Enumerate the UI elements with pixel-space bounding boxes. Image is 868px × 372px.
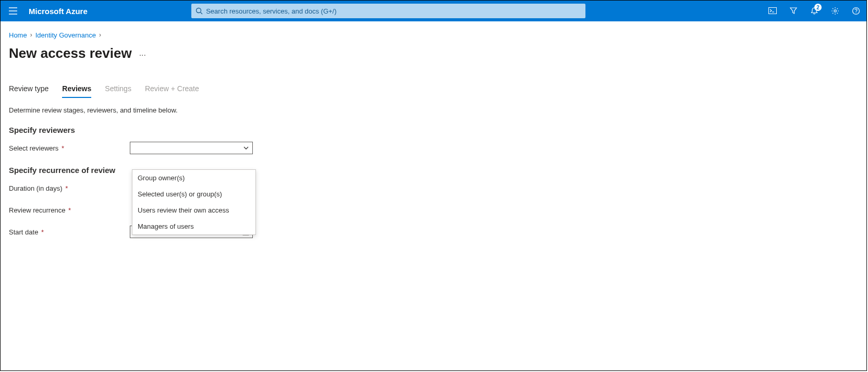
page-title: New access review	[9, 45, 132, 61]
chevron-right-icon: ›	[30, 31, 32, 39]
more-actions-button[interactable]: ···	[139, 47, 146, 60]
row-select-reviewers: Select reviewers *	[9, 142, 858, 154]
hamburger-icon	[9, 7, 17, 15]
search-icon	[195, 7, 203, 15]
tab-settings: Settings	[105, 84, 131, 98]
required-asterisk: *	[66, 206, 71, 214]
page-title-row: New access review ···	[9, 45, 858, 61]
tab-reviews[interactable]: Reviews	[62, 84, 91, 98]
notifications-button[interactable]: 2	[804, 1, 825, 21]
svg-rect-2	[768, 8, 776, 14]
label-recurrence: Review recurrence *	[9, 206, 130, 214]
select-reviewers-dropdown-panel: Group owner(s) Selected user(s) or group…	[132, 169, 256, 235]
hamburger-menu-button[interactable]	[1, 1, 26, 21]
required-asterisk: *	[39, 228, 44, 236]
tab-review-type[interactable]: Review type	[9, 84, 48, 98]
svg-point-4	[834, 10, 836, 12]
tab-review-create: Review + Create	[145, 84, 199, 98]
chevron-right-icon: ›	[99, 31, 101, 39]
search-input[interactable]	[203, 7, 581, 15]
dropdown-option-selected-users-groups[interactable]: Selected user(s) or group(s)	[132, 186, 255, 202]
select-reviewers-dropdown[interactable]	[130, 142, 253, 154]
dropdown-option-managers-of-users[interactable]: Managers of users	[132, 218, 255, 234]
section-specify-reviewers: Specify reviewers	[9, 126, 858, 134]
filter-icon	[789, 7, 798, 15]
notification-badge: 2	[814, 4, 822, 11]
svg-line-1	[201, 13, 203, 15]
required-asterisk: *	[59, 144, 64, 152]
chevron-down-icon	[243, 145, 249, 151]
brand-label: Microsoft Azure	[29, 7, 88, 16]
label-start-date: Start date *	[9, 228, 130, 236]
label-duration: Duration (in days) *	[9, 184, 130, 192]
help-icon	[852, 7, 860, 15]
content-area: Home › Identity Governance › New access …	[1, 21, 866, 238]
breadcrumb-identity-governance[interactable]: Identity Governance	[35, 31, 96, 39]
cloud-shell-button[interactable]	[762, 1, 783, 21]
dropdown-option-users-self-review[interactable]: Users review their own access	[132, 202, 255, 218]
search-wrap	[191, 4, 585, 18]
svg-point-6	[855, 13, 856, 13]
settings-button[interactable]	[825, 1, 846, 21]
breadcrumb-home[interactable]: Home	[9, 31, 27, 39]
gear-icon	[831, 7, 839, 15]
cloud-shell-icon	[768, 7, 777, 15]
helper-text: Determine review stages, reviewers, and …	[9, 106, 858, 114]
global-search[interactable]	[191, 4, 585, 18]
dropdown-option-group-owners[interactable]: Group owner(s)	[132, 170, 255, 186]
tabs: Review type Reviews Settings Review + Cr…	[9, 84, 858, 98]
topbar-actions: 2	[762, 1, 866, 21]
label-select-reviewers: Select reviewers *	[9, 144, 130, 152]
help-button[interactable]	[846, 1, 866, 21]
breadcrumb: Home › Identity Governance ›	[9, 28, 858, 42]
top-bar: Microsoft Azure 2	[1, 1, 866, 21]
svg-point-0	[197, 8, 201, 13]
required-asterisk: *	[64, 184, 68, 192]
directories-filter-button[interactable]	[783, 1, 804, 21]
